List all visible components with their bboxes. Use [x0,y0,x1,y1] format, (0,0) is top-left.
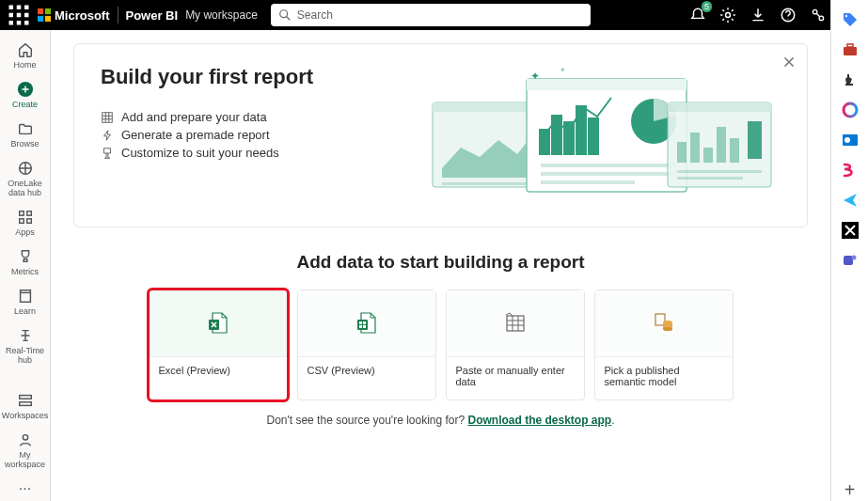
settings-icon[interactable] [719,7,736,23]
svg-rect-51 [541,164,677,167]
notifications-icon[interactable]: 5 [689,7,706,23]
nav-browse[interactable]: Browse [4,115,47,154]
nav-learn[interactable]: Learn [4,282,47,321]
workspace-breadcrumb[interactable]: My workspace [185,8,258,22]
nav-label: Metrics [11,267,39,276]
download-desktop-link[interactable]: Download the desktop app [468,414,612,427]
footer-text: Don't see the source you're looking for?… [73,414,808,427]
trophy-icon [17,248,34,265]
svg-rect-24 [26,219,31,224]
nav-label: Create [12,100,38,109]
power-icon[interactable] [842,162,859,179]
nav-label: OneLake data hub [4,179,47,197]
nav-label: Workspaces [2,411,48,420]
table-icon [502,310,529,337]
lightning-icon [101,129,114,142]
nav-my-workspace[interactable]: My workspace [4,426,47,475]
nav-workspaces[interactable]: Workspaces [4,386,47,426]
svg-rect-1 [17,6,22,10]
svg-point-38 [851,256,856,260]
teams-icon[interactable] [842,252,859,269]
hero-step-1: Add and prepare your data [101,110,313,124]
card-csv[interactable]: CSV (Preview) [297,290,436,400]
nav-apps[interactable]: Apps [4,203,47,243]
app-launcher-icon[interactable] [8,4,30,26]
microsoft-logo: Microsoft [38,8,110,23]
download-icon[interactable] [750,7,766,23]
svg-rect-6 [9,21,14,25]
svg-point-28 [23,435,27,440]
x-icon[interactable] [842,222,859,239]
feedback-icon[interactable] [810,7,827,23]
top-bar: Microsoft Power BI My workspace Search 5 [0,0,868,30]
svg-rect-69 [359,325,362,328]
footer-period: . [611,414,614,427]
close-icon[interactable] [781,54,797,70]
main-content: Build your first report Add and prepare … [51,30,830,501]
home-icon [17,41,34,58]
hero-step-2: Generate a premade report [101,128,313,142]
svg-point-74 [663,327,672,331]
briefcase-icon[interactable] [842,41,859,58]
svg-rect-37 [844,256,853,265]
right-sidebar: + [830,0,868,501]
nav-home[interactable]: Home [4,36,47,75]
svg-rect-63 [677,170,762,173]
add-app-icon[interactable]: + [844,479,856,501]
send-icon[interactable] [842,192,859,209]
svg-rect-2 [24,6,29,10]
footer-prefix: Don't see the source you're looking for? [266,414,467,427]
help-icon[interactable] [780,7,797,23]
plus-circle-icon [17,81,34,98]
search-input[interactable]: Search [271,4,591,26]
brush-icon [101,147,114,160]
hero-illustration: ✦✦ [313,65,781,206]
nav-realtime[interactable]: Real-Time hub [4,321,47,370]
svg-rect-42 [442,182,536,185]
hero-title: Build your first report [101,65,313,89]
svg-rect-60 [703,148,713,163]
hero-card: Build your first report Add and prepare … [73,43,808,227]
svg-rect-57 [668,102,771,112]
nav-metrics[interactable]: Metrics [4,243,47,282]
svg-rect-0 [9,6,14,10]
svg-rect-68 [363,321,366,324]
svg-point-35 [844,137,850,143]
copilot-icon[interactable] [842,102,859,118]
svg-rect-5 [24,13,29,18]
svg-point-29 [844,15,846,17]
outlook-icon[interactable] [842,132,859,149]
svg-rect-30 [844,47,857,55]
left-nav: Home Create Browse OneLake data hub Apps… [0,30,51,501]
svg-rect-44 [527,79,687,90]
svg-rect-12 [45,16,51,22]
nav-more[interactable]: ... [19,475,31,501]
card-label: Pick a published semantic model [595,356,733,399]
folder-icon [17,120,34,137]
csv-icon [354,310,380,337]
data-hub-icon [17,160,34,177]
search-icon [278,8,292,22]
svg-rect-70 [363,325,366,328]
svg-point-33 [844,103,857,117]
card-semantic-model[interactable]: Pick a published semantic model [594,290,734,400]
nav-label: Home [13,60,36,70]
svg-point-17 [813,9,817,14]
svg-rect-3 [9,13,14,18]
tag-icon[interactable] [842,11,859,28]
notification-badge: 5 [702,1,712,12]
nav-label: My workspace [4,450,47,469]
svg-text:✦: ✦ [530,70,540,83]
grid-icon [101,111,114,124]
svg-rect-25 [20,290,30,303]
svg-point-15 [726,13,731,18]
search-placeholder: Search [297,8,333,22]
nav-onelake[interactable]: OneLake data hub [4,154,47,203]
card-excel[interactable]: Excel (Preview) [149,290,288,400]
product-brand[interactable]: Power BI [126,8,179,23]
svg-rect-10 [45,8,51,14]
nav-create[interactable]: Create [4,75,47,115]
card-paste[interactable]: Paste or manually enter data [446,290,585,400]
chess-icon[interactable] [842,71,859,88]
svg-rect-71 [507,316,524,331]
